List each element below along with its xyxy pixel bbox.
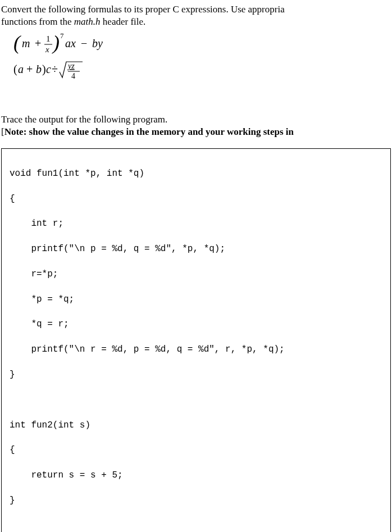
q1-mathh: math.h	[74, 16, 101, 27]
code-line: {	[10, 444, 382, 456]
svg-text:ax: ax	[65, 37, 76, 49]
q1-line2-prefix: functions from the	[1, 16, 74, 27]
code-line: int r;	[10, 217, 382, 230]
code-line: printf("\n p = %d, q = %d", *p, *q);	[10, 243, 382, 255]
svg-text:): )	[52, 31, 60, 54]
q2-note-bold: Note: show the value changes in the memo…	[4, 126, 294, 137]
svg-text:÷: ÷	[52, 63, 58, 75]
q2-note: [Note: show the value changes in the mem…	[1, 126, 391, 138]
formula-1: ( m + 1 x ) 7 ax − by	[13, 30, 171, 57]
svg-text:+: +	[26, 63, 33, 75]
svg-text:by: by	[92, 37, 103, 50]
code-line: *q = r;	[10, 318, 382, 330]
svg-text:yz: yz	[67, 62, 75, 70]
svg-text:−: −	[81, 37, 87, 49]
code-line: }	[10, 494, 382, 507]
code-line: r=*p;	[10, 268, 382, 280]
code-line: }	[10, 369, 382, 381]
code-listing: void fun1(int *p, int *q) { int r; print…	[1, 148, 391, 532]
code-blank	[10, 394, 382, 406]
svg-text:x: x	[45, 45, 49, 54]
question-2: Trace the output for the following progr…	[0, 113, 392, 138]
svg-text:(: (	[13, 63, 17, 76]
q2-prompt: Trace the output for the following progr…	[1, 113, 391, 126]
svg-text:4: 4	[71, 72, 75, 80]
code-blank	[10, 520, 382, 532]
code-line: int fun2(int s)	[10, 419, 382, 431]
svg-text:b: b	[36, 63, 42, 75]
svg-text:): )	[42, 63, 46, 76]
svg-text:a: a	[18, 63, 24, 75]
formula-2: ( a + b ) c ÷ yz 4	[13, 57, 171, 85]
code-line: *p = *q;	[10, 293, 382, 306]
svg-text:+: +	[35, 37, 41, 49]
svg-text:7: 7	[60, 31, 64, 40]
code-line: printf("\n r = %d, p = %d, q = %d", r, *…	[10, 343, 382, 356]
q1-line2-suffix: header file.	[101, 16, 146, 27]
q1-prompt: Convert the following formulas to its pr…	[1, 3, 391, 28]
code-line: return s = s + 5;	[10, 469, 382, 481]
svg-text:m: m	[22, 37, 30, 49]
svg-text:(: (	[13, 31, 21, 54]
formula-block: ( m + 1 x ) 7 ax − by ( a + b )	[1, 28, 391, 85]
svg-text:1: 1	[46, 34, 51, 43]
svg-text:c: c	[46, 63, 51, 75]
q1-line1: Convert the following formulas to its pr…	[1, 4, 285, 15]
code-line: {	[10, 193, 382, 205]
code-line: void fun1(int *p, int *q)	[10, 167, 382, 180]
question-1: Convert the following formulas to its pr…	[0, 3, 392, 85]
